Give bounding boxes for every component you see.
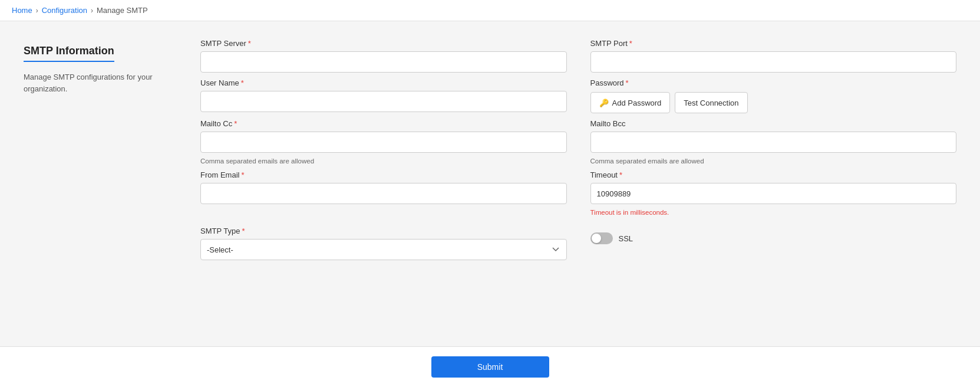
smtp-type-required: * <box>242 227 245 235</box>
smtp-type-group: SMTP Type* -Select- SMTP SMTPS STARTTLS <box>200 227 567 260</box>
mailto-bcc-group: Mailto Bcc Comma separated emails are al… <box>590 119 957 165</box>
mailto-cc-required: * <box>234 119 237 128</box>
ssl-label: SSL <box>619 234 633 243</box>
add-password-button[interactable]: 🔑 Add Password <box>590 92 671 113</box>
breadcrumb: Home › Configuration › Manage SMTP <box>0 0 980 21</box>
submit-button[interactable]: Submit <box>431 356 549 378</box>
smtp-type-select[interactable]: -Select- SMTP SMTPS STARTTLS <box>200 239 567 260</box>
breadcrumb-home[interactable]: Home <box>12 6 32 15</box>
form-row-3: Mailto Cc* Comma separated emails are al… <box>200 119 956 165</box>
mailto-cc-group: Mailto Cc* Comma separated emails are al… <box>200 119 567 165</box>
mailto-cc-label: Mailto Cc* <box>200 119 567 128</box>
username-group: User Name* <box>200 78 567 113</box>
key-icon: 🔑 <box>599 99 609 107</box>
smtp-port-input[interactable] <box>590 51 957 73</box>
smtp-server-group: SMTP Server* <box>200 39 567 73</box>
timeout-hint: Timeout is in milliseconds. <box>590 209 957 216</box>
timeout-group: Timeout* Timeout is in milliseconds. <box>590 170 957 216</box>
mailto-bcc-label: Mailto Bcc <box>590 119 957 128</box>
password-label: Password* <box>590 78 957 87</box>
smtp-server-label: SMTP Server* <box>200 39 567 48</box>
username-required: * <box>241 78 244 87</box>
from-email-required: * <box>241 170 244 179</box>
ssl-group: SSL <box>590 227 957 260</box>
password-group: Password* 🔑 Add Password Test Connection <box>590 78 957 113</box>
timeout-input[interactable] <box>590 183 957 204</box>
timeout-label: Timeout* <box>590 170 957 179</box>
timeout-required: * <box>619 170 622 179</box>
form-row-4: From Email* Timeout* Timeout is in milli… <box>200 170 956 216</box>
password-required: * <box>626 78 629 87</box>
username-label: User Name* <box>200 78 567 87</box>
breadcrumb-sep-2: › <box>91 6 93 15</box>
ssl-toggle-thumb <box>592 234 601 243</box>
footer: Submit <box>0 346 980 387</box>
smtp-server-input[interactable] <box>200 51 567 73</box>
smtp-server-required: * <box>248 39 251 48</box>
form-row-2: User Name* Password* 🔑 Add Password <box>200 78 956 113</box>
sidebar-title: SMTP Information <box>24 45 114 62</box>
mailto-bcc-input[interactable] <box>590 132 957 153</box>
mailto-bcc-hint: Comma separated emails are allowed <box>590 158 957 165</box>
breadcrumb-sep-1: › <box>36 6 38 15</box>
username-input[interactable] <box>200 91 567 112</box>
sidebar-description: Manage SMTP configurations for your orga… <box>24 71 177 94</box>
mailto-cc-hint: Comma separated emails are allowed <box>200 158 567 165</box>
from-email-input[interactable] <box>200 183 567 204</box>
breadcrumb-configuration[interactable]: Configuration <box>42 6 87 15</box>
smtp-port-group: SMTP Port* <box>590 39 957 73</box>
from-email-group: From Email* <box>200 170 567 216</box>
smtp-type-label: SMTP Type* <box>200 227 567 235</box>
ssl-toggle[interactable] <box>590 232 613 244</box>
ssl-toggle-container: SSL <box>590 227 957 244</box>
form-row-5: SMTP Type* -Select- SMTP SMTPS STARTTLS <box>200 227 956 260</box>
mailto-cc-input[interactable] <box>200 132 567 153</box>
form-row-1: SMTP Server* SMTP Port* <box>200 39 956 73</box>
password-buttons: 🔑 Add Password Test Connection <box>590 92 957 113</box>
smtp-port-required: * <box>629 39 632 48</box>
breadcrumb-current: Manage SMTP <box>97 6 148 15</box>
test-connection-button[interactable]: Test Connection <box>675 92 747 113</box>
smtp-port-label: SMTP Port* <box>590 39 957 48</box>
sidebar: SMTP Information Manage SMTP configurati… <box>24 39 177 260</box>
form-area: SMTP Server* SMTP Port* User Name* <box>200 39 956 260</box>
from-email-label: From Email* <box>200 170 567 179</box>
